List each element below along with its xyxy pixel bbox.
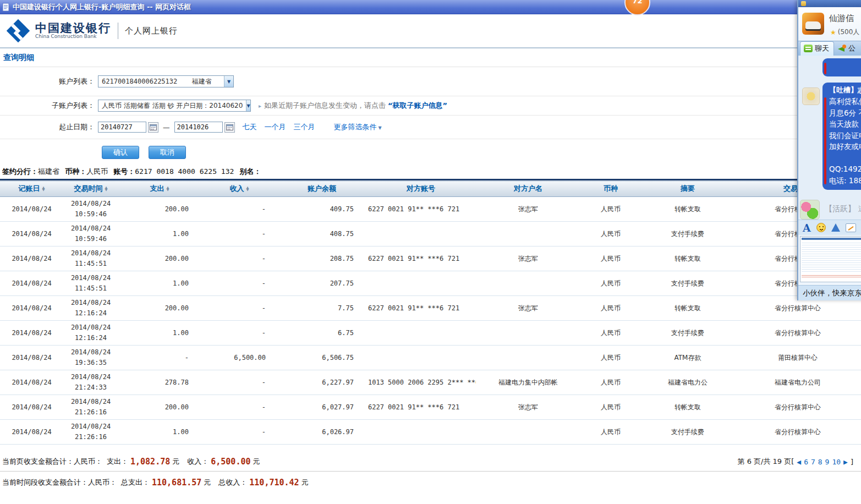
- pagination-label: 第 6 页/共 19 页[: [738, 457, 794, 467]
- cell-location: 省分行核算中心: [734, 395, 861, 420]
- statement-thumbnail[interactable]: [800, 236, 861, 282]
- period-summary-currency: 人民币：: [88, 478, 117, 487]
- product-name: 个人网上银行: [125, 26, 178, 36]
- quick-range-1month[interactable]: 一个月: [265, 122, 286, 132]
- tab-chat[interactable]: 聊天: [800, 41, 834, 56]
- quick-range-7days[interactable]: 七天: [243, 122, 257, 132]
- prev-page-arrow[interactable]: ◀: [797, 458, 801, 466]
- promo-bar[interactable]: 小伙伴，快来京东扫: [798, 285, 861, 300]
- date-from-input[interactable]: [98, 122, 146, 133]
- cell-inflow: -: [201, 246, 278, 271]
- cell-summary: ATM存款: [641, 346, 734, 370]
- cell-counter-account: [366, 321, 476, 346]
- col-header-posting-date[interactable]: 记账日▲▼: [0, 180, 63, 197]
- account-row: 账户列表： 6217001840006225132 福建省 ▼: [0, 67, 797, 96]
- table-row: 2014/08/24 2014/08/2419:36:35 - 6,500.00…: [0, 346, 861, 370]
- cell-balance: 409.75: [278, 197, 366, 222]
- page-out-unit: 元: [172, 457, 179, 467]
- cell-currency: 人民币: [580, 370, 641, 395]
- active-sender-avatar[interactable]: [800, 200, 820, 220]
- col-header-outflow[interactable]: 支出▲▼: [118, 180, 201, 197]
- period-summary-row: 当前时间段收支金额合计： 人民币： 总支出： 110,681.57 元 总收入：…: [2, 474, 309, 491]
- sort-icon[interactable]: ▲▼: [167, 187, 169, 191]
- refresh-subaccount-link[interactable]: “获取子账户信息”: [388, 101, 447, 111]
- active-message-row: 【活跃】 道: [798, 200, 861, 220]
- date-to-input[interactable]: [174, 122, 223, 133]
- calendar-icon[interactable]: [148, 122, 158, 133]
- chevron-down-icon[interactable]: ▼: [246, 100, 250, 111]
- subaccount-select[interactable]: 人民币 活期储蓄 活期 钞 开户日期：20140620 ▼: [98, 100, 251, 112]
- page-in-label: 收入：: [187, 457, 209, 467]
- cell-inflow: 6,500.00: [201, 346, 278, 370]
- currency-label: 币种：: [65, 167, 86, 176]
- cell-counter-name: 福建电力集中内部帐: [476, 370, 580, 395]
- group-avatar[interactable]: [802, 13, 824, 35]
- confirm-button[interactable]: 确认: [102, 146, 139, 159]
- page-link-10[interactable]: 10: [832, 458, 841, 466]
- period-out-unit: 元: [204, 478, 211, 487]
- cell-outflow: 200.00: [118, 197, 201, 222]
- next-page-arrow[interactable]: ▶: [843, 458, 848, 466]
- table-row: 2014/08/24 2014/08/2412:16:24 1.00 - 6.7…: [0, 321, 861, 346]
- cell-outflow: 1.00: [118, 222, 201, 246]
- cell-balance: 6,227.97: [278, 370, 366, 395]
- buttons-row: 确认 取消: [0, 139, 797, 165]
- page-link-6[interactable]: 6: [804, 458, 808, 466]
- col-header-transaction-time[interactable]: 交易时间▲▼: [63, 180, 118, 197]
- qq-window-titlebar[interactable]: [798, 0, 861, 7]
- quick-range-3months[interactable]: 三个月: [294, 122, 315, 132]
- ad-message-line: 加好友或电: [829, 141, 861, 152]
- header-divider: [118, 23, 118, 39]
- ad-sender-avatar[interactable]: [802, 87, 820, 105]
- nudge-icon[interactable]: [831, 223, 840, 232]
- page-link-7[interactable]: 7: [811, 458, 815, 466]
- group-name: 仙游信: [829, 13, 854, 24]
- page-summary-label: 当前页收支金额合计：: [2, 457, 74, 467]
- account-info-line: 签约分行：福建省 币种：人民币 账号：6217 0018 4000 6225 1…: [2, 167, 261, 177]
- chat-input-area[interactable]: [798, 235, 861, 285]
- cell-inflow: -: [201, 420, 278, 445]
- cell-posting-date: 2014/08/24: [0, 420, 63, 445]
- qq-group-header: 仙游信 ★ (500人: [798, 7, 861, 41]
- cell-outflow: 1.00: [118, 420, 201, 445]
- page-title: 查询明细: [3, 53, 34, 63]
- chevron-down-icon[interactable]: ▼: [224, 76, 233, 87]
- ad-message-line: 当天放款: [829, 118, 861, 130]
- sort-icon[interactable]: ▲▼: [246, 187, 249, 191]
- col-header-inflow[interactable]: 收入▲▼: [201, 180, 278, 197]
- page-link-9[interactable]: 9: [825, 458, 830, 466]
- sort-icon[interactable]: ▲▼: [105, 187, 108, 191]
- account-number-value: 6217001840006225132: [98, 78, 180, 85]
- cell-posting-date: 2014/08/24: [0, 395, 63, 420]
- cancel-button[interactable]: 取消: [149, 146, 186, 159]
- page-summary-row: 当前页收支金额合计： 人民币： 支出： 1,082.78 元 收入： 6,500…: [0, 452, 861, 471]
- bank-name-en: China Construction Bank: [35, 34, 111, 39]
- subaccount-row: 子账户列表： 人民币 活期储蓄 活期 钞 开户日期：20140620 ▼ ▸ 如…: [0, 96, 797, 116]
- cell-counter-account: 1013 5000 2006 2295 2*** **00 04: [366, 370, 476, 395]
- cell-counter-account: 6227 0021 91** ***6 721: [366, 246, 476, 271]
- message-bubble-partial: [822, 58, 861, 76]
- cell-location: 福建省电力公司: [734, 370, 861, 395]
- table-row: 2014/08/24 2014/08/2410:59:46 1.00 - 408…: [0, 222, 861, 246]
- ad-message-bubble: 【吐槽】志强 高利贷私借 月息6分 不 当天放款 我们会证电 加好友或电 QQ:…: [822, 83, 861, 190]
- more-filters-link[interactable]: 更多筛选条件▼: [334, 122, 382, 132]
- calendar-icon[interactable]: [224, 122, 235, 133]
- period-in-value: 110,710.42: [249, 478, 299, 487]
- cell-currency: 人民币: [580, 296, 641, 321]
- table-row: 2014/08/24 2014/08/2411:45:51 200.00 - 2…: [0, 246, 861, 271]
- period-in-unit: 元: [301, 478, 309, 487]
- page-link-8[interactable]: 8: [818, 458, 822, 466]
- qq-message-area: 【吐槽】志强 高利贷私借 月息6分 不 当天放款 我们会证电 加好友或电 QQ:…: [798, 56, 861, 211]
- page-in-unit: 元: [253, 457, 260, 467]
- font-icon[interactable]: A: [803, 222, 811, 234]
- emoticon-icon[interactable]: [816, 223, 826, 232]
- cell-counter-name: 张志军: [476, 395, 580, 420]
- table-row: 2014/08/24 2014/08/2421:24:33 278.78 - 6…: [0, 370, 861, 395]
- account-select[interactable]: 6217001840006225132 福建省 ▼: [98, 75, 234, 87]
- ad-message-line: 我们会证电: [829, 130, 861, 141]
- tab-announcement[interactable]: 公: [834, 42, 860, 56]
- table-row: 2014/08/24 2014/08/2421:26:16 200.00 - 6…: [0, 395, 861, 420]
- message-settings-icon[interactable]: [846, 223, 856, 232]
- sort-icon[interactable]: ▲▼: [42, 187, 45, 191]
- cell-outflow: 278.78: [118, 370, 201, 395]
